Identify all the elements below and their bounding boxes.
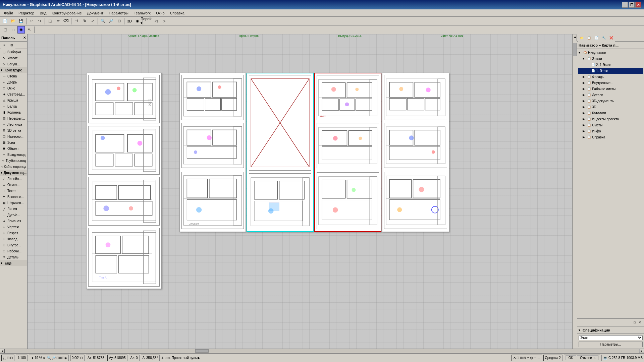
facades-expand[interactable]: ▶ <box>583 75 587 78</box>
sb-nav-btn3[interactable]: ⊡ <box>10 356 13 360</box>
3ddoc-expand[interactable]: ▶ <box>583 99 587 103</box>
help-expand[interactable]: ▶ <box>583 135 587 139</box>
hscrollbar[interactable]: ◄ ► <box>0 349 644 353</box>
tree-catalogs[interactable]: ▶ 📋 Каталоги <box>578 110 643 116</box>
panel-tb-btn1[interactable]: ≡ <box>1 42 8 49</box>
floors-expand[interactable]: ▾ <box>583 57 587 60</box>
snap-btn3[interactable]: ⊞ <box>520 356 523 360</box>
snap-btn2[interactable]: ⊡ <box>517 356 519 360</box>
tool-interior[interactable]: ⊟ Внутре... <box>0 242 27 248</box>
info-expand[interactable]: ▶ <box>583 129 587 133</box>
status-angle[interactable]: 0.00° ⊡ <box>70 355 85 361</box>
3d-expand[interactable]: ▶ <box>583 105 587 109</box>
nav-goto-btn[interactable]: Перейти ▾ <box>144 17 152 25</box>
worksheets-expand[interactable]: ▶ <box>583 87 587 90</box>
menu-edit[interactable]: Редактор <box>16 10 37 16</box>
draw-btn[interactable]: ✏ <box>54 17 62 25</box>
mirror-btn[interactable]: ⊣ <box>73 17 80 25</box>
tool-pipe[interactable]: ○ Трубопровод <box>0 158 27 164</box>
cancel-button[interactable]: Отменить <box>577 355 598 360</box>
tool-hatch[interactable]: ▦ Штрихов... <box>0 200 27 206</box>
panel-tb-btn2[interactable]: ⊡ <box>8 42 15 49</box>
tool-text[interactable]: T Текст <box>0 188 27 194</box>
tool-running[interactable]: ▷ Бегущ... <box>0 61 27 67</box>
tree-facades[interactable]: ▶ 📋 Фасады <box>578 74 643 80</box>
tree-estimates[interactable]: ▶ 📋 Сметы <box>578 122 643 128</box>
render-btn[interactable]: ◉ <box>134 17 141 25</box>
tree-info[interactable]: ▶ 📋 Инфо <box>578 128 643 134</box>
tree-details[interactable]: ▶ 📋 Детали <box>578 92 643 98</box>
tool-mesh[interactable]: ⊞ 3D-сетка <box>0 127 27 133</box>
close-button[interactable]: ✕ <box>635 2 641 8</box>
tool-stair[interactable]: ≡ Лестница <box>0 121 27 127</box>
select-btn[interactable]: ⬚ <box>46 17 54 25</box>
tool-slab[interactable]: ▤ Перекрыт... <box>0 115 27 121</box>
spec-expand[interactable]: ▾ <box>579 328 583 332</box>
nav-tb-btn2[interactable]: 📋 <box>585 34 593 42</box>
tool-dim[interactable]: ∕ Линейн... <box>0 176 27 182</box>
tree-floors[interactable]: ▾ 📋 Этажи <box>578 56 643 62</box>
zoom-plus-btn[interactable]: 🔍 <box>47 356 51 360</box>
open-btn[interactable]: 📂 <box>9 17 17 25</box>
category-more[interactable]: ▾ Еще <box>0 260 27 266</box>
minimize-button[interactable]: – <box>622 2 628 8</box>
menu-view[interactable]: Вид <box>37 10 49 16</box>
snap-btn4[interactable]: ⊠ <box>523 356 526 360</box>
save-btn[interactable]: 💾 <box>17 17 25 25</box>
interior-expand[interactable]: ▶ <box>583 81 587 84</box>
hscroll-left[interactable]: ◄ <box>0 349 5 353</box>
tool-zone[interactable]: ▩ Зона <box>0 139 27 145</box>
tree-floor1[interactable]: 📄 1. Этаж <box>578 68 643 74</box>
panel-close-btn[interactable]: ✕ <box>23 36 26 40</box>
zoom-tools[interactable]: ⊡⊞⊟◈ <box>56 356 67 360</box>
category-doc[interactable]: ▾ Документиц... <box>0 170 27 176</box>
nav-tb-btn1[interactable]: 📁 <box>578 34 585 42</box>
tool-door[interactable]: ⌐ Дверь <box>0 79 27 85</box>
snap-btn6[interactable]: ◍ <box>530 356 533 360</box>
forward-btn[interactable]: ▷ <box>160 17 168 25</box>
tree-indexes[interactable]: ▶ 📋 Индексы проекта <box>578 116 643 122</box>
tree-worksheets[interactable]: ▶ 📋 Рабочие листы <box>578 86 643 92</box>
tool-roof[interactable]: △ Крыша <box>0 97 27 103</box>
zoom-out-btn[interactable]: 🔎 <box>107 17 115 25</box>
zoom-minus-btn[interactable]: 🔎 <box>52 356 56 360</box>
indexes-expand[interactable]: ▶ <box>583 117 587 121</box>
nav-mini-btn2[interactable]: ✕ <box>637 320 643 325</box>
nav-mini-btn1[interactable]: □ <box>632 320 637 325</box>
tool-wall[interactable]: ▭ Стена <box>0 73 27 79</box>
restore-button[interactable]: ❐ <box>629 2 635 8</box>
hscroll-right[interactable]: ► <box>639 349 644 353</box>
menu-document[interactable]: Документ <box>85 10 106 16</box>
tool-curtain[interactable]: ◫ Навесно... <box>0 133 27 139</box>
menu-help[interactable]: Справка <box>167 10 187 16</box>
snap-btn7[interactable]: ⊢ <box>534 356 537 360</box>
angle-btn[interactable]: ⊡ <box>80 356 83 360</box>
tool-drawing[interactable]: ⊡ Чертеж <box>0 224 27 230</box>
tool-level[interactable]: ⊥ Отмет... <box>0 182 27 188</box>
tool-object[interactable]: ◉ Объект <box>0 145 27 152</box>
canvas-area[interactable]: Архит.: Гл.арх. Иванов Пров.: Петров Вып… <box>28 34 577 349</box>
tool-poly[interactable]: ∧ Ломаная <box>0 218 27 224</box>
scale-btn[interactable]: ⤢ <box>89 17 96 25</box>
snap-btn5[interactable]: ✦ <box>527 356 529 360</box>
project-expand[interactable]: ▾ <box>579 51 583 54</box>
tree-3d[interactable]: ▶ 📋 3D <box>578 104 643 110</box>
tool-line[interactable]: ╱ Линия <box>0 206 27 212</box>
category-construct[interactable]: ▾ Конструрс <box>0 67 27 73</box>
zoom-in-btn[interactable]: 🔍 <box>99 17 107 25</box>
menu-file[interactable]: Файл <box>1 10 16 16</box>
tree-floor2[interactable]: 📄 2. 1 Этаж <box>578 62 643 68</box>
rect-btn[interactable]: □ <box>9 26 17 34</box>
vscroll-up[interactable]: ▲ <box>573 35 577 41</box>
vscroll-thumb[interactable] <box>573 43 577 56</box>
tree-interior[interactable]: ▶ 📋 Внутренние... <box>578 80 643 86</box>
circ-btn[interactable]: ◉ <box>17 26 25 34</box>
tool-column[interactable]: ▮ Колонна <box>0 109 27 115</box>
nav-tb-btn5[interactable]: ❌ <box>607 34 615 42</box>
menu-options[interactable]: Параметры <box>106 10 131 16</box>
tool-window[interactable]: ⊡ Окно <box>0 85 27 91</box>
status-zoom[interactable]: ◄ 19 % ► 🔍 🔎 ⊡⊞⊟◈ <box>29 355 69 361</box>
tree-3ddoc[interactable]: ▶ 📋 3D-документы <box>578 98 643 104</box>
tool-label[interactable]: ⊢ Выносно... <box>0 194 27 200</box>
tool-worksh[interactable]: ⊡ Рабочи... <box>0 248 27 254</box>
